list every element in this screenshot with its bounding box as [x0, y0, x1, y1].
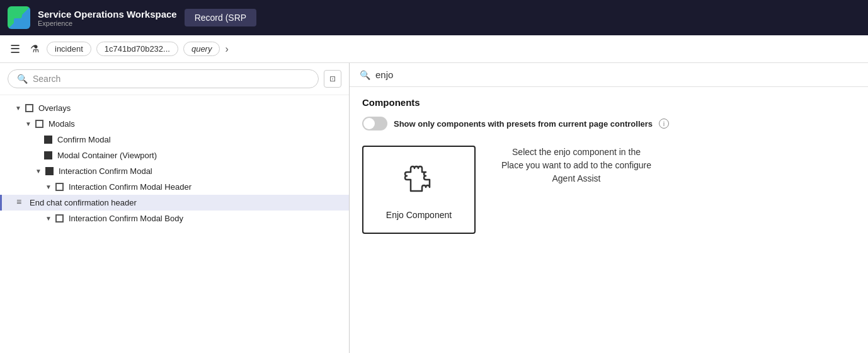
arrow-interaction-confirm-modal: ▼	[35, 168, 42, 175]
app-title: Service Operations Workspace	[38, 9, 177, 20]
arrow-icm-body: ▼	[45, 215, 52, 222]
icon-icm-header	[55, 183, 64, 191]
svg-point-0	[16, 13, 22, 19]
nav-pill-incident[interactable]: incident	[47, 42, 91, 56]
puzzle-icon	[397, 159, 441, 204]
flask-icon[interactable]: ⚗	[28, 40, 42, 57]
tree-item-icm-header[interactable]: ▼ Interaction Confirm Modal Header	[0, 179, 349, 195]
tree-item-end-chat-header[interactable]: ▶ End chat confirmation header	[0, 195, 349, 211]
label-modals: Modals	[49, 119, 75, 129]
right-search-bar: 🔍	[350, 63, 868, 87]
search-bar-container: 🔍 Search ⊡	[0, 63, 349, 95]
more-icon[interactable]: ›	[225, 43, 228, 55]
arrow-modals: ▼	[25, 120, 31, 127]
enjo-component-card[interactable]: Enjo Component	[362, 146, 476, 234]
label-modal-container: Modal Container (Viewport)	[57, 151, 157, 160]
label-end-chat-header: End chat confirmation header	[30, 198, 137, 207]
svg-rect-1	[14, 18, 24, 23]
tree-item-overlays[interactable]: ▼ Overlays	[0, 100, 349, 116]
collapse-button[interactable]: ⊡	[324, 70, 341, 88]
info-icon[interactable]: i	[659, 119, 669, 129]
label-confirm-modal: Confirm Modal	[57, 135, 111, 144]
component-description: Select the enjo component in the Place y…	[501, 146, 652, 185]
tree-item-confirm-modal[interactable]: ▶ Confirm Modal	[0, 132, 349, 148]
search-label: Search	[33, 74, 60, 84]
icon-interaction-confirm-modal	[45, 167, 54, 175]
toggle-row: Show only components with presets from c…	[362, 117, 855, 130]
tree-item-interaction-confirm-modal[interactable]: ▼ Interaction Confirm Modal	[0, 163, 349, 179]
tree-item-modal-container[interactable]: ▶ Modal Container (Viewport)	[0, 148, 349, 163]
icon-end-chat-header	[16, 199, 25, 207]
label-interaction-confirm-modal: Interaction Confirm Modal	[59, 166, 152, 176]
main-content: 🔍 Search ⊡ ▼ Overlays ▼ Modals ▶ C	[0, 63, 868, 353]
app-subtitle: Experience	[38, 20, 177, 27]
component-label: Enjo Component	[386, 210, 452, 220]
icon-icm-body	[55, 214, 64, 223]
search-field[interactable]: 🔍 Search	[8, 69, 319, 88]
nav-bar: ☰ ⚗ incident 1c741bd70b232... query ›	[0, 35, 868, 63]
components-row: Enjo Component Select the enjo component…	[362, 146, 855, 234]
label-overlays: Overlays	[38, 103, 71, 113]
tree-area: ▼ Overlays ▼ Modals ▶ Confirm Modal ▶ Mo…	[0, 95, 349, 353]
components-section: Components Show only components with pre…	[350, 87, 868, 244]
right-search-input[interactable]	[375, 69, 858, 80]
icon-modal-container	[44, 151, 52, 159]
icon-modals	[35, 120, 43, 128]
icon-confirm-modal	[44, 136, 52, 144]
right-panel: 🔍 Components Show only components with p…	[350, 63, 868, 353]
right-search-icon: 🔍	[360, 70, 370, 80]
tree-item-icm-body[interactable]: ▼ Interaction Confirm Modal Body	[0, 211, 349, 226]
icon-overlays	[25, 104, 33, 112]
top-bar: Service Operations Workspace Experience …	[0, 0, 868, 35]
tree-item-modals[interactable]: ▼ Modals	[0, 116, 349, 132]
app-logo	[8, 6, 30, 29]
record-tab[interactable]: Record (SRP	[185, 9, 256, 26]
label-icm-header: Interaction Confirm Modal Header	[69, 182, 191, 192]
arrow-overlays: ▼	[15, 105, 21, 112]
components-title: Components	[362, 97, 855, 108]
arrow-icm-header: ▼	[45, 183, 52, 190]
search-icon: 🔍	[17, 74, 28, 84]
app-title-block: Service Operations Workspace Experience	[38, 9, 177, 27]
toggle-switch[interactable]	[362, 117, 387, 130]
label-icm-body: Interaction Confirm Modal Body	[69, 214, 183, 223]
hamburger-icon[interactable]: ☰	[8, 40, 23, 59]
nav-pill-id[interactable]: 1c741bd70b232...	[96, 42, 178, 56]
toggle-label: Show only components with presets from c…	[394, 119, 653, 129]
left-panel: 🔍 Search ⊡ ▼ Overlays ▼ Modals ▶ C	[0, 63, 350, 353]
nav-pill-query[interactable]: query	[183, 42, 220, 56]
